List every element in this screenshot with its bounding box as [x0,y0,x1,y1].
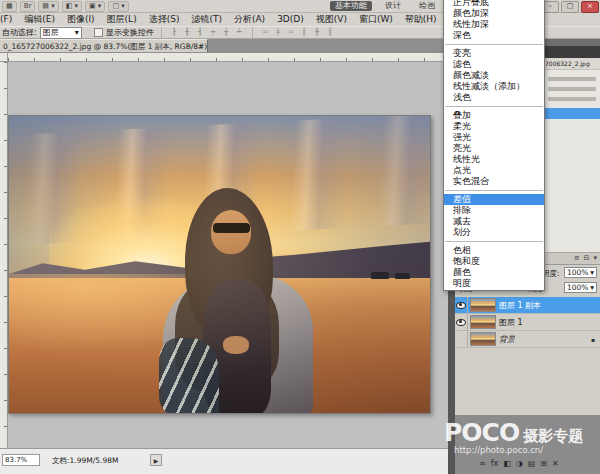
distribute-icon[interactable]: ═ [286,27,297,38]
menu-item[interactable]: 文件(F) [0,13,18,26]
align-icon[interactable]: ┷ [234,27,245,38]
blend-mode-option[interactable]: 深色 [444,30,544,41]
visibility-toggle[interactable] [455,297,468,313]
menu-item[interactable]: 图像(I) [61,13,101,26]
blend-mode-option[interactable]: 柔光 [444,121,544,132]
restore-button[interactable]: □ [561,1,579,13]
app-bar-icon[interactable]: ▣ ▾ [85,1,105,12]
blend-mode-option[interactable]: 色相 [444,245,544,256]
distribute-icon[interactable]: ║ [299,27,310,38]
blend-mode-option[interactable]: 颜色减淡 [444,70,544,81]
blend-mode-option[interactable]: 减去 [444,216,544,227]
app-bar-icon[interactable]: ◧ ▾ [62,1,82,12]
align-icon[interactable]: ╁ [221,27,232,38]
blend-mode-option[interactable]: 正片叠底 [444,0,544,8]
blend-mode-option[interactable]: 颜色 [444,267,544,278]
blend-mode-option[interactable]: 线性减淡（添加） [444,81,544,92]
layer-thumbnail[interactable] [470,332,496,346]
close-button[interactable]: × [581,1,599,13]
distribute-icon[interactable]: ║ [325,27,336,38]
blend-mode-option[interactable]: 叠加 [444,110,544,121]
layer-name: 背景 [499,334,515,345]
align-icon[interactable]: ┠ [169,27,180,38]
panel-footer-icon[interactable]: ⊟ [584,253,590,264]
side-panel-tab[interactable] [545,46,600,58]
layer-row[interactable]: 图层 1 [455,314,600,331]
layers-footer-icon[interactable]: fx [491,459,499,469]
workspace-button[interactable]: 设计 [380,1,406,11]
align-icon[interactable]: ┯ [208,27,219,38]
layer-row[interactable]: 背景 ▪ [455,331,600,348]
blend-mode-option[interactable] [445,106,543,107]
blend-mode-option[interactable]: 强光 [444,132,544,143]
status-bar: 83.7% 文档:1.99M/5.98M ▶ [0,448,448,474]
menu-item[interactable]: 编辑(E) [18,13,61,26]
blend-mode-option[interactable]: 变亮 [444,48,544,59]
blend-mode-option[interactable]: 线性加深 [444,19,544,30]
menu-item[interactable]: 图层(L) [101,13,143,26]
layers-footer-icon[interactable]: ⊞ [540,459,547,469]
panel-footer-icon[interactable]: ▾ [593,253,597,264]
panel-selected-row[interactable] [545,108,600,119]
workspace-button[interactable]: 绘画 [414,1,440,11]
visibility-toggle[interactable] [455,314,468,330]
menu-item[interactable]: 视图(V) [310,13,353,26]
vertical-ruler [0,62,8,448]
app-bar-icon[interactable]: ▦ [2,1,17,12]
menu-item[interactable]: 选择(S) [143,13,186,26]
status-menu-button[interactable]: ▶ [150,454,162,466]
menu-item[interactable]: 分析(A) [228,13,271,26]
blend-mode-option[interactable]: 差值 [444,194,544,205]
blend-mode-option[interactable]: 点光 [444,165,544,176]
blend-mode-option[interactable]: 划分 [444,227,544,238]
distribute-icon[interactable]: ╫ [312,27,323,38]
panel-row[interactable] [548,97,596,101]
app-bar-icon[interactable]: ▤ ▾ [38,1,58,12]
menu-item[interactable]: 3D(D) [271,13,310,26]
workspace-button[interactable]: 基本功能 [330,1,372,11]
layers-footer-icon[interactable]: ◑ [516,459,523,469]
blend-mode-option[interactable]: 明度 [444,278,544,289]
layers-footer-icon[interactable]: ▤ [528,459,536,469]
document-tab[interactable]: × 0_165727006322_2.jpg @ 83.7%(图层 1 副本, … [0,39,208,52]
layers-footer-icon[interactable]: ✕ [552,459,559,469]
visibility-toggle[interactable] [455,331,468,347]
canvas-area[interactable] [8,62,448,448]
layers-footer-icon[interactable]: ∞ [479,459,486,469]
distribute-icon[interactable]: ╪ [273,27,284,38]
blend-mode-option[interactable] [445,44,543,45]
app-bar-icon[interactable]: Br [20,1,36,12]
photo-document[interactable] [8,115,431,414]
blend-mode-option[interactable]: 饱和度 [444,256,544,267]
blend-mode-option[interactable]: 亮光 [444,143,544,154]
show-transform-checkbox[interactable] [94,28,103,37]
auto-select-dropdown[interactable]: 图层 ▾ [40,27,82,39]
align-icon[interactable]: ╂ [182,27,193,38]
app-bar-icon[interactable]: ▢ ▾ [108,1,128,12]
panel-footer-icon[interactable]: ≡ [574,253,580,264]
opacity-field[interactable]: 100% ▾ [564,267,597,278]
menu-item[interactable]: 滤镜(T) [185,13,228,26]
zoom-level-field[interactable]: 83.7% [2,454,40,466]
blend-mode-option[interactable]: 实色混合 [444,176,544,187]
site-watermark: POCO 摄影专题 http://photo.poco.cn/ [444,420,600,455]
menu-item[interactable]: 帮助(H) [399,13,443,26]
blend-mode-option[interactable]: 滤色 [444,59,544,70]
layer-thumbnail[interactable] [470,298,496,312]
blend-mode-option[interactable]: 排除 [444,205,544,216]
fill-field[interactable]: 100% ▾ [564,282,597,293]
panel-row[interactable] [548,87,596,91]
menu-item[interactable]: 窗口(W) [353,13,399,26]
side-panel-file-name[interactable]: 7006322_2.jpg [545,58,600,70]
layer-row[interactable]: 图层 1 副本 [455,297,600,314]
layers-footer-icon[interactable]: ◧ [503,459,511,469]
blend-mode-option[interactable]: 浅色 [444,92,544,103]
blend-mode-option[interactable]: 颜色加深 [444,8,544,19]
panel-row[interactable] [548,77,596,81]
align-icon[interactable]: ┨ [195,27,206,38]
blend-mode-option[interactable] [445,241,543,242]
blend-mode-option[interactable] [445,190,543,191]
layer-thumbnail[interactable] [470,315,496,329]
blend-mode-option[interactable]: 线性光 [444,154,544,165]
distribute-icon[interactable]: ═ [260,27,271,38]
